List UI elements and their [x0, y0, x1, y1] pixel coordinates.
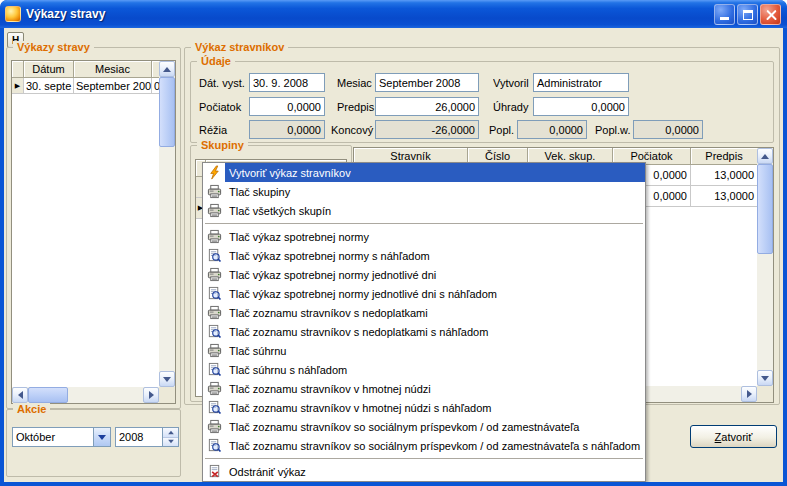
dat-vyst-field[interactable]: 30. 9. 2008 — [249, 73, 325, 92]
column-header-predpis[interactable]: Predpis — [691, 148, 757, 165]
reports-horizontal-scrollbar[interactable] — [12, 387, 159, 403]
scroll-right-button[interactable] — [143, 387, 159, 403]
cell-datum[interactable]: 30. septe — [24, 78, 74, 94]
scrollbar-track[interactable] — [159, 77, 175, 371]
scrollbar-thumb[interactable] — [28, 387, 68, 403]
akcie-group-title: Akcie — [13, 403, 50, 415]
minimize-button[interactable] — [714, 4, 735, 25]
close-button[interactable] — [760, 4, 781, 25]
lightning-icon — [203, 163, 225, 182]
scroll-up-button[interactable] — [159, 61, 175, 77]
app-window: Výkazy stravy H Výkazy stravy Dátum Mesi… — [0, 0, 787, 486]
menu-item-tlac-skupiny[interactable]: Tlač skupiny — [203, 182, 645, 201]
menu-item-tlac-spotrebnej-normy[interactable]: Tlač výkaz spotrebnej normy — [203, 227, 645, 246]
column-header-datum[interactable]: Dátum — [24, 61, 74, 78]
scroll-right-button[interactable] — [741, 386, 757, 402]
scroll-down-button[interactable] — [757, 370, 773, 386]
spin-up-icon — [168, 431, 174, 435]
cell-predpis[interactable]: 13,0000 — [691, 165, 757, 186]
magnifier-icon — [203, 398, 225, 417]
menu-item-tlac-spotrebnej-normy-jednotlive-dni-s-nahladom[interactable]: Tlač výkaz spotrebnej normy jednotlivé d… — [203, 284, 645, 303]
menu-item-tlac-spotrebnej-normy-jednotlive-dni[interactable]: Tlač výkaz spotrebnej normy jednotlivé d… — [203, 265, 645, 284]
scroll-up-icon — [163, 67, 171, 72]
scroll-right-icon — [149, 391, 154, 399]
titlebar[interactable]: Výkazy stravy — [0, 0, 787, 28]
akcie-groupbox: Akcie Október 2008 — [6, 409, 181, 477]
menu-item-tlac-socialny-prispevok-s-nahladom[interactable]: Tlač zoznamu stravníkov so sociálnym prí… — [203, 436, 645, 455]
predpis-label: Predpis — [337, 101, 375, 113]
year-spinner-value[interactable]: 2008 — [116, 428, 162, 446]
udaje-groupbox: Údaje Dát. vyst. 30. 9. 2008 Mesiac Sept… — [190, 61, 774, 143]
uhrady-label: Úhrady — [493, 101, 533, 113]
menu-item-tlac-hmotna-nudza-s-nahladom[interactable]: Tlač zoznamu stravníkov v hmotnej núdzi … — [203, 398, 645, 417]
pociatok-field[interactable]: 0,0000 — [249, 97, 325, 116]
spinner-buttons — [162, 428, 178, 446]
menu-item-tlac-suhrnu[interactable]: Tlač súhrnu — [203, 341, 645, 360]
maximize-button[interactable] — [737, 4, 758, 25]
cell-predpis[interactable]: 13,0000 — [691, 186, 757, 207]
printer-icon — [203, 227, 225, 246]
reports-vertical-scrollbar[interactable] — [159, 61, 175, 387]
menu-item-tlac-nedoplatky[interactable]: Tlač zoznamu stravníkov s nedoplatkami — [203, 303, 645, 322]
mesiac-field[interactable]: September 2008 — [375, 73, 479, 92]
column-header-mesiac[interactable]: Mesiac — [74, 61, 152, 78]
uhrady-field[interactable]: 0,0000 — [533, 97, 629, 116]
magnifier-icon — [203, 284, 225, 303]
report-row[interactable]: ▶ 30. septe September 2008 0 — [12, 78, 175, 94]
scroll-left-button[interactable] — [12, 387, 28, 403]
scroll-down-icon — [163, 377, 171, 382]
scroll-left-icon — [18, 391, 23, 399]
pociatok-label: Počiatok — [199, 101, 249, 113]
combobox-dropdown-button[interactable] — [93, 428, 110, 446]
scroll-down-button[interactable] — [159, 371, 175, 387]
menu-item-vytvorit-vykaz[interactable]: Vytvoriť výkaz stravníkov — [203, 163, 645, 182]
menu-separator — [203, 220, 645, 227]
printer-icon — [203, 201, 225, 220]
scroll-up-button[interactable] — [757, 148, 773, 164]
row-marker-icon: ▶ — [12, 78, 24, 94]
scroll-down-icon — [761, 376, 769, 381]
scrollbar-track[interactable] — [757, 164, 773, 370]
scrollbar-thumb[interactable] — [757, 164, 773, 254]
scrollbar-corner — [159, 387, 175, 403]
printer-icon — [203, 182, 225, 201]
menu-item-tlac-suhrnu-s-nahladom[interactable]: Tlač súhrnu s náhľadom — [203, 360, 645, 379]
window-content: H Výkazy stravy Dátum Mesiac F ▶ 30. sep… — [4, 28, 783, 482]
printer-icon — [203, 265, 225, 284]
spin-down-icon — [168, 440, 174, 444]
window-controls — [714, 4, 781, 25]
month-combobox-value[interactable]: Október — [13, 428, 93, 446]
scroll-up-icon — [761, 154, 769, 159]
reports-grid: Dátum Mesiac F ▶ 30. septe September 200… — [11, 60, 176, 404]
menu-item-tlac-spotrebnej-normy-s-nahladom[interactable]: Tlač výkaz spotrebnej normy s náhľadom — [203, 246, 645, 265]
popl-field[interactable]: 0,0000 — [517, 120, 587, 139]
menu-item-tlac-nedoplatky-s-nahladom[interactable]: Tlač zoznamu stravníkov s nedoplatkami s… — [203, 322, 645, 341]
popl-w-label: Popl.w. — [595, 124, 633, 136]
month-combobox[interactable]: Október — [12, 427, 111, 447]
reports-groupbox: Výkazy stravy Dátum Mesiac F ▶ 30. septe… — [6, 47, 181, 409]
marker-column-header — [12, 61, 24, 78]
menu-item-tlac-hmotna-nudza[interactable]: Tlač zoznamu stravníkov v hmotnej núdzi — [203, 379, 645, 398]
koncovy-field[interactable]: -26,0000 — [375, 120, 479, 139]
popl-label: Popl. — [489, 124, 517, 136]
scrollbar-corner — [757, 386, 773, 402]
spin-down-button[interactable] — [163, 438, 178, 447]
scrollbar-track[interactable] — [28, 387, 143, 403]
predpis-field[interactable]: 26,0000 — [375, 97, 479, 116]
menu-item-odstranit-vykaz[interactable]: Odstrániť výkaz — [203, 462, 645, 481]
table-vertical-scrollbar[interactable] — [757, 148, 773, 386]
year-spinner[interactable]: 2008 — [115, 427, 179, 447]
cell-mesiac[interactable]: September 2008 — [74, 78, 152, 94]
scrollbar-thumb[interactable] — [159, 77, 175, 147]
rezia-label: Réžia — [199, 124, 249, 136]
menu-item-tlac-socialny-prispevok[interactable]: Tlač zoznamu stravníkov so sociálnym prí… — [203, 417, 645, 436]
detail-group-title: Výkaz stravníkov — [191, 41, 288, 53]
magnifier-icon — [203, 436, 225, 455]
vytvoril-field[interactable]: Administrator — [533, 73, 629, 92]
rezia-field[interactable]: 0,0000 — [249, 120, 325, 139]
zatvorit-button[interactable]: Zatvoriť — [690, 425, 777, 448]
mesiac-label: Mesiac — [337, 77, 375, 89]
spin-up-button[interactable] — [163, 428, 178, 438]
popl-w-field[interactable]: 0,0000 — [633, 120, 703, 139]
menu-item-tlac-vsetkych-skupin[interactable]: Tlač všetkých skupín — [203, 201, 645, 220]
